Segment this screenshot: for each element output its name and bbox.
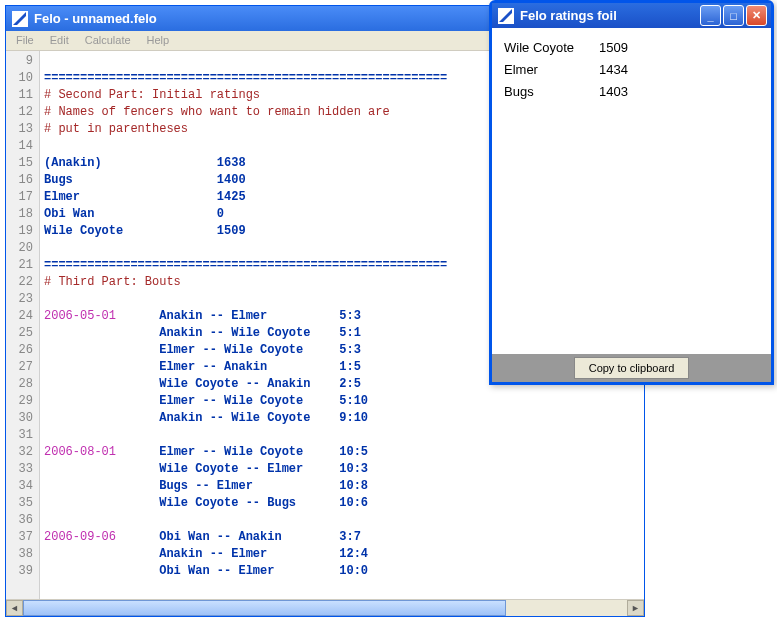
line-number: 24 xyxy=(6,308,39,325)
scroll-left-button[interactable]: ◄ xyxy=(6,600,23,616)
line-number: 36 xyxy=(6,512,39,529)
ratings-footer: Copy to clipboard xyxy=(492,354,771,382)
line-number: 13 xyxy=(6,121,39,138)
line-number: 31 xyxy=(6,427,39,444)
close-button[interactable]: ✕ xyxy=(746,5,767,26)
ratings-name: Elmer xyxy=(504,62,599,77)
ratings-row: Elmer1434 xyxy=(504,58,759,80)
line-number: 38 xyxy=(6,546,39,563)
horizontal-scrollbar[interactable]: ◄ ► xyxy=(6,599,644,616)
line-number: 15 xyxy=(6,155,39,172)
line-number: 37 xyxy=(6,529,39,546)
menu-file[interactable]: File xyxy=(8,31,42,50)
copy-to-clipboard-button[interactable]: Copy to clipboard xyxy=(574,357,690,379)
line-number: 27 xyxy=(6,359,39,376)
line-number: 34 xyxy=(6,478,39,495)
line-number: 11 xyxy=(6,87,39,104)
ratings-title: Felo ratings foil xyxy=(520,8,617,23)
line-number: 32 xyxy=(6,444,39,461)
menu-help[interactable]: Help xyxy=(139,31,178,50)
line-number: 23 xyxy=(6,291,39,308)
scroll-right-button[interactable]: ► xyxy=(627,600,644,616)
minimize-button[interactable]: _ xyxy=(700,5,721,26)
ratings-name: Wile Coyote xyxy=(504,40,599,55)
code-line[interactable]: Wile Coyote -- Bugs 10:6 xyxy=(44,495,640,512)
menu-calculate[interactable]: Calculate xyxy=(77,31,139,50)
ratings-titlebar[interactable]: Felo ratings foil _ □ ✕ xyxy=(492,3,771,28)
line-number: 19 xyxy=(6,223,39,240)
line-number: 28 xyxy=(6,376,39,393)
scroll-track[interactable] xyxy=(23,600,627,616)
code-line[interactable]: 2006-09-06 Obi Wan -- Anakin 3:7 xyxy=(44,529,640,546)
line-number: 39 xyxy=(6,563,39,580)
app-icon xyxy=(498,8,514,24)
line-number: 14 xyxy=(6,138,39,155)
code-line[interactable]: 2006-08-01 Elmer -- Wile Coyote 10:5 xyxy=(44,444,640,461)
line-number xyxy=(6,580,39,597)
ratings-name: Bugs xyxy=(504,84,599,99)
app-icon xyxy=(12,11,28,27)
line-gutter: 9101112131415161718192021222324252627282… xyxy=(6,51,40,599)
svg-marker-0 xyxy=(13,12,26,25)
line-number: 12 xyxy=(6,104,39,121)
line-number: 29 xyxy=(6,393,39,410)
main-title: Felo - unnamed.felo xyxy=(34,11,157,26)
line-number: 26 xyxy=(6,342,39,359)
line-number: 16 xyxy=(6,172,39,189)
line-number: 10 xyxy=(6,70,39,87)
code-line[interactable] xyxy=(44,512,640,529)
line-number: 18 xyxy=(6,206,39,223)
code-line[interactable]: Elmer -- Wile Coyote 5:10 xyxy=(44,393,640,410)
ratings-row: Bugs1403 xyxy=(504,80,759,102)
code-line[interactable] xyxy=(44,427,640,444)
svg-marker-1 xyxy=(499,9,512,22)
ratings-value: 1434 xyxy=(599,62,628,77)
code-line[interactable]: Anakin -- Wile Coyote 9:10 xyxy=(44,410,640,427)
ratings-value: 1403 xyxy=(599,84,628,99)
line-number: 25 xyxy=(6,325,39,342)
line-number: 20 xyxy=(6,240,39,257)
code-line[interactable]: Bugs -- Elmer 10:8 xyxy=(44,478,640,495)
code-line[interactable]: Wile Coyote -- Elmer 10:3 xyxy=(44,461,640,478)
ratings-window: Felo ratings foil _ □ ✕ Wile Coyote1509E… xyxy=(489,0,774,385)
ratings-row: Wile Coyote1509 xyxy=(504,36,759,58)
maximize-button[interactable]: □ xyxy=(723,5,744,26)
ratings-list: Wile Coyote1509Elmer1434Bugs1403 xyxy=(492,28,771,354)
ratings-value: 1509 xyxy=(599,40,628,55)
code-line[interactable]: Anakin -- Elmer 12:4 xyxy=(44,546,640,563)
line-number: 30 xyxy=(6,410,39,427)
code-line[interactable]: Obi Wan -- Elmer 10:0 xyxy=(44,563,640,580)
code-line[interactable] xyxy=(44,580,640,597)
line-number: 22 xyxy=(6,274,39,291)
line-number: 17 xyxy=(6,189,39,206)
menu-edit[interactable]: Edit xyxy=(42,31,77,50)
line-number: 21 xyxy=(6,257,39,274)
line-number: 35 xyxy=(6,495,39,512)
line-number: 33 xyxy=(6,461,39,478)
line-number: 9 xyxy=(6,53,39,70)
scroll-thumb[interactable] xyxy=(23,600,506,616)
